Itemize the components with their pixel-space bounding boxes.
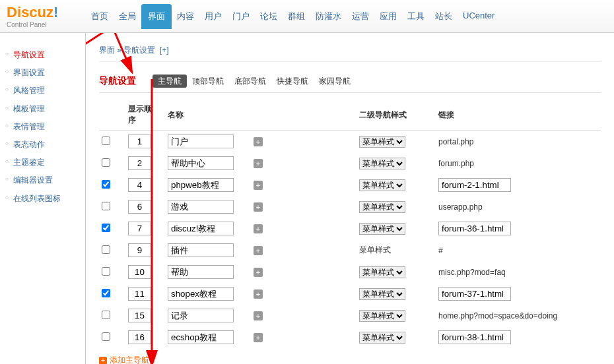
row-checkbox[interactable] bbox=[102, 245, 110, 254]
topnav-item[interactable]: 门户 bbox=[227, 4, 255, 29]
add-nav-button[interactable]: +添加主导航 bbox=[99, 355, 149, 364]
topnav-item[interactable]: 全局 bbox=[114, 4, 141, 29]
style-select[interactable]: 菜单样式 bbox=[359, 136, 405, 148]
name-input[interactable] bbox=[168, 287, 234, 301]
topnav-item[interactable]: UCenter bbox=[458, 4, 500, 29]
topnav-item[interactable]: 运营 bbox=[347, 4, 374, 29]
topnav-item[interactable]: 论坛 bbox=[255, 4, 283, 29]
link-input[interactable] bbox=[438, 330, 511, 344]
row-checkbox[interactable] bbox=[102, 267, 110, 276]
breadcrumb-expand[interactable]: [+] bbox=[160, 46, 169, 55]
order-input[interactable] bbox=[128, 309, 151, 322]
order-input[interactable] bbox=[128, 200, 151, 214]
topnav-item[interactable]: 用户 bbox=[199, 4, 227, 29]
name-input[interactable] bbox=[168, 178, 234, 192]
order-input[interactable] bbox=[128, 222, 151, 235]
sidebar-item[interactable]: 风格管理 bbox=[0, 82, 85, 100]
expand-icon[interactable]: + bbox=[254, 333, 263, 342]
sidebar-item[interactable]: 模板管理 bbox=[0, 100, 85, 118]
link-text: userapp.php bbox=[438, 202, 483, 212]
subtab[interactable]: 快捷导航 bbox=[271, 75, 314, 88]
expand-icon[interactable]: + bbox=[254, 311, 263, 320]
style-select[interactable]: 菜单样式 bbox=[359, 310, 405, 322]
subtab[interactable]: 主导航 bbox=[153, 75, 187, 88]
link-text: misc.php?mod=faq bbox=[438, 268, 506, 277]
expand-icon[interactable]: + bbox=[254, 289, 263, 299]
row-checkbox[interactable] bbox=[102, 158, 110, 167]
topnav-item[interactable]: 群组 bbox=[283, 4, 310, 29]
topnav-item[interactable]: 站长 bbox=[430, 4, 458, 29]
name-input[interactable] bbox=[168, 222, 234, 235]
expand-icon[interactable]: + bbox=[254, 246, 263, 255]
row-checkbox[interactable] bbox=[102, 289, 110, 297]
name-input[interactable] bbox=[168, 309, 234, 322]
order-input[interactable] bbox=[128, 178, 151, 192]
order-input[interactable] bbox=[128, 330, 151, 344]
sidebar-item[interactable]: 主题鉴定 bbox=[0, 154, 85, 171]
row-checkbox[interactable] bbox=[102, 136, 110, 145]
th-link: 链接 bbox=[436, 100, 601, 131]
name-input[interactable] bbox=[168, 265, 234, 279]
expand-icon[interactable]: + bbox=[254, 202, 263, 212]
link-input[interactable] bbox=[438, 222, 511, 235]
topnav-item[interactable]: 界面 bbox=[141, 4, 172, 29]
logo-excl: ! bbox=[53, 4, 58, 20]
expand-icon[interactable]: + bbox=[254, 181, 263, 190]
table-row: +菜单样式portal.php bbox=[99, 131, 601, 153]
expand-icon[interactable]: + bbox=[254, 224, 263, 233]
expand-icon[interactable]: + bbox=[254, 159, 263, 168]
topnav-item[interactable]: 防灌水 bbox=[310, 4, 347, 29]
style-select[interactable]: 菜单样式 bbox=[359, 223, 405, 235]
row-checkbox[interactable] bbox=[102, 224, 110, 232]
topnav-item[interactable]: 首页 bbox=[86, 4, 114, 29]
sidebar-item[interactable]: 编辑器设置 bbox=[0, 171, 85, 189]
table-row: +菜单样式 bbox=[99, 218, 601, 239]
expand-icon[interactable]: + bbox=[254, 268, 263, 277]
breadcrumb-p1[interactable]: 界面 bbox=[99, 46, 115, 55]
name-input[interactable] bbox=[168, 200, 234, 214]
name-input[interactable] bbox=[168, 330, 234, 344]
th-order: 显示顺序 bbox=[125, 100, 158, 131]
sidebar-item[interactable]: 导航设置 bbox=[0, 46, 85, 64]
style-select[interactable]: 菜单样式 bbox=[359, 201, 405, 213]
sidebar-item[interactable]: 表态动作 bbox=[0, 136, 85, 154]
order-input[interactable] bbox=[128, 243, 151, 257]
topnav-item[interactable]: 应用 bbox=[374, 4, 402, 29]
link-input[interactable] bbox=[438, 178, 511, 192]
style-select[interactable]: 菜单样式 bbox=[359, 288, 405, 300]
row-checkbox[interactable] bbox=[102, 332, 110, 341]
style-select[interactable]: 菜单样式 bbox=[359, 158, 405, 169]
row-checkbox[interactable] bbox=[102, 180, 110, 189]
subtab[interactable]: 底部导航 bbox=[229, 75, 271, 88]
style-select[interactable]: 菜单样式 bbox=[359, 332, 405, 344]
expand-icon[interactable]: + bbox=[254, 137, 263, 146]
sidebar-item[interactable]: 界面设置 bbox=[0, 64, 85, 82]
name-input[interactable] bbox=[168, 243, 234, 257]
table-row: +菜单样式userapp.php bbox=[99, 196, 601, 218]
breadcrumb-p2[interactable]: 导航设置 bbox=[123, 46, 155, 55]
style-select[interactable]: 菜单样式 bbox=[359, 266, 405, 278]
th-style: 二级导航样式 bbox=[357, 100, 436, 131]
style-select[interactable]: 菜单样式 bbox=[359, 179, 405, 191]
subtab[interactable]: 家园导航 bbox=[314, 75, 356, 88]
th-name: 名称 bbox=[165, 100, 251, 131]
name-input[interactable] bbox=[168, 135, 234, 148]
order-input[interactable] bbox=[128, 135, 151, 148]
link-text: home.php?mod=space&do=doing bbox=[438, 311, 557, 320]
sidebar: 导航设置界面设置风格管理模板管理表情管理表态动作主题鉴定编辑器设置在线列表图标 bbox=[0, 33, 86, 364]
order-input[interactable] bbox=[128, 156, 151, 170]
sidebar-item[interactable]: 表情管理 bbox=[0, 118, 85, 136]
row-checkbox[interactable] bbox=[102, 311, 110, 319]
style-text: 菜单样式 bbox=[359, 245, 391, 255]
subtab[interactable]: 顶部导航 bbox=[187, 75, 229, 88]
topnav-item[interactable]: 工具 bbox=[402, 4, 430, 29]
name-input[interactable] bbox=[168, 156, 234, 170]
breadcrumb: 界面 » 导航设置 [+] bbox=[99, 40, 601, 62]
order-input[interactable] bbox=[128, 287, 151, 301]
order-input[interactable] bbox=[128, 265, 151, 279]
table-row: +菜单样式home.php?mod=space&do=doing bbox=[99, 305, 601, 326]
sidebar-item[interactable]: 在线列表图标 bbox=[0, 190, 85, 208]
topnav-item[interactable]: 内容 bbox=[172, 4, 199, 29]
row-checkbox[interactable] bbox=[102, 202, 110, 210]
link-input[interactable] bbox=[438, 287, 511, 301]
